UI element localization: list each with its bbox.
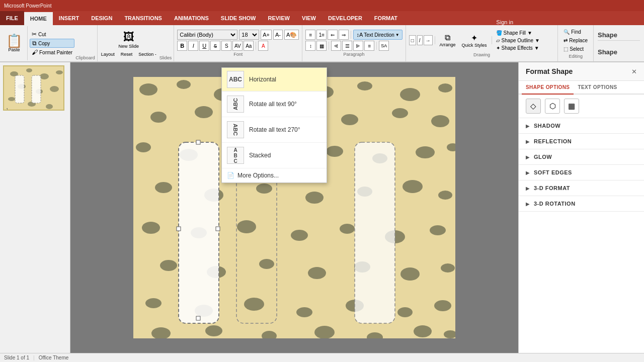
- format-panel-close-icon[interactable]: ✕: [631, 68, 637, 75]
- font-name-select[interactable]: Calibri (Body): [177, 30, 237, 40]
- case-button[interactable]: Aa: [244, 41, 254, 51]
- shape-outline-button[interactable]: ▱ Shape Outline ▼: [494, 37, 542, 44]
- svg-point-20: [357, 81, 372, 90]
- font-size-select[interactable]: 18: [239, 30, 259, 40]
- smart-art-button[interactable]: SA: [379, 41, 389, 51]
- charspace-button[interactable]: AV: [232, 41, 243, 51]
- reflection-section[interactable]: ▶ REFLECTION: [519, 134, 644, 149]
- slide-info: Slide 1 of 1: [4, 355, 29, 360]
- shape-outline-icon: ▱: [496, 38, 500, 43]
- find-button[interactable]: 🔍 Find: [561, 28, 590, 36]
- underline-button[interactable]: U: [199, 41, 209, 51]
- shape-arrow-btn[interactable]: →: [424, 35, 433, 45]
- dropdown-stacked-item[interactable]: ABC Stacked: [222, 143, 327, 168]
- tab-transitions[interactable]: TRANSITIONS: [118, 11, 168, 25]
- tab-text-options[interactable]: TEXT OPTIONS: [574, 81, 621, 95]
- cut-button[interactable]: ✂ Cut: [30, 30, 74, 38]
- bold-button[interactable]: B: [177, 41, 187, 51]
- arrange-button[interactable]: ⧉ Arrange: [437, 32, 458, 48]
- svg-point-38: [155, 182, 172, 193]
- shadow-button[interactable]: S: [221, 41, 231, 51]
- svg-point-54: [259, 259, 274, 269]
- shape-fill-button[interactable]: 🪣 Shape Fill ▼: [494, 30, 542, 36]
- dropdown-rotate270-item[interactable]: ABC Rotate all text 270°: [222, 117, 327, 143]
- dropdown-horizontal-item[interactable]: ABC Horizontal: [222, 68, 327, 92]
- section-button[interactable]: Section -: [137, 51, 158, 57]
- more-options-item[interactable]: 📄 More Options...: [222, 168, 327, 183]
- font-shrink-button[interactable]: A-: [273, 30, 283, 40]
- shape-effects-button[interactable]: ✦ Shape Effects ▼: [494, 45, 542, 51]
- select-button[interactable]: ⬚ Select: [561, 45, 590, 53]
- svg-point-52: [160, 260, 177, 271]
- effects-icon-btn[interactable]: ⬡: [545, 99, 560, 114]
- tab-animations[interactable]: ANIMATIONS: [168, 11, 215, 25]
- quick-styles-button[interactable]: ✦ Quick Styles: [459, 32, 490, 49]
- glow-section[interactable]: ▶ GLOW: [519, 149, 644, 165]
- tab-shape-options[interactable]: SHAPE OPTIONS: [522, 81, 574, 95]
- align-left-button[interactable]: ⫷: [331, 41, 341, 51]
- copy-button[interactable]: ⧉ Copy: [30, 39, 74, 48]
- dropdown-rotate90-item[interactable]: ABC Rotate all text 90°: [222, 92, 327, 117]
- svg-point-22: [438, 83, 452, 93]
- align-center-button[interactable]: ☰: [342, 41, 352, 51]
- tab-review[interactable]: REVIEW: [262, 11, 295, 25]
- svg-point-29: [431, 115, 449, 127]
- soft-edges-section[interactable]: ▶ SOFT EDGES: [519, 165, 644, 180]
- tab-design[interactable]: DESIGN: [85, 11, 118, 25]
- shape-rect-btn[interactable]: □: [409, 35, 416, 45]
- bullets-button[interactable]: ≡: [305, 30, 315, 40]
- find-icon: 🔍: [564, 29, 570, 35]
- tab-format[interactable]: FORMAT: [368, 11, 404, 25]
- svg-point-30: [136, 142, 151, 152]
- sign-in-btn[interactable]: Sign in: [496, 19, 513, 25]
- column-button[interactable]: ▦: [316, 41, 327, 51]
- tab-developer[interactable]: DEVELOPER: [322, 11, 368, 25]
- tab-file[interactable]: FILE: [0, 11, 24, 25]
- svg-point-41: [305, 192, 324, 204]
- italic-button[interactable]: I: [188, 41, 198, 51]
- decrease-indent-button[interactable]: ⇐: [328, 30, 338, 40]
- font-color-fill-button[interactable]: A: [258, 41, 268, 51]
- text-direction-button[interactable]: ↕A Text Direction ▼: [353, 30, 402, 40]
- 3d-format-section[interactable]: ▶ 3-D FORMAT: [519, 180, 644, 196]
- svg-point-40: [256, 184, 272, 194]
- tab-home[interactable]: HOME: [24, 12, 53, 25]
- soft-edges-section-arrow: ▶: [526, 170, 530, 175]
- increase-indent-button[interactable]: ⇒: [339, 30, 349, 40]
- rotate90-label: Rotate all text 90°: [249, 101, 297, 108]
- layout-button[interactable]: Layout: [100, 51, 116, 57]
- slide-thumbnail[interactable]: 1: [3, 65, 64, 111]
- font-color-button[interactable]: A🎨: [284, 30, 299, 40]
- new-slide-button[interactable]: 🖼 New Slide: [114, 29, 143, 50]
- svg-point-57: [400, 267, 420, 281]
- size-icon-btn[interactable]: ▦: [564, 99, 579, 114]
- svg-point-15: [139, 83, 157, 96]
- align-right-button[interactable]: ⫸: [353, 41, 363, 51]
- text-direction-arrow-icon: ▼: [395, 33, 399, 37]
- tab-insert[interactable]: INSERT: [53, 11, 85, 25]
- cut-icon: ✂: [32, 31, 37, 38]
- canvas-area: ABC Horizontal ABC Rotate all text 90° A…: [70, 62, 518, 353]
- tab-view[interactable]: VIEW: [296, 11, 322, 25]
- tab-slideshow[interactable]: SLIDE SHOW: [215, 11, 262, 25]
- font-grow-button[interactable]: A+: [261, 30, 272, 40]
- 3d-rotation-section[interactable]: ▶ 3-D ROTATION: [519, 196, 644, 212]
- drawing-group: □ / → ⧉ Arrange ✦ Quick Styles 🪣 Shape F…: [406, 25, 558, 61]
- replace-button[interactable]: ⇄ Replace: [561, 37, 590, 44]
- shape-label-1: Shape: [598, 31, 640, 41]
- format-painter-button[interactable]: 🖌 Format Painter: [30, 48, 74, 56]
- justify-button[interactable]: ≡: [364, 41, 374, 51]
- shape-line-btn[interactable]: /: [417, 35, 423, 45]
- svg-point-65: [434, 300, 451, 311]
- more-options-label: More Options...: [237, 172, 279, 179]
- svg-rect-76: [177, 227, 181, 231]
- paste-button[interactable]: 📋 Paste: [2, 26, 26, 60]
- reset-button[interactable]: Reset: [119, 51, 134, 57]
- strikethrough-button[interactable]: S̶: [210, 41, 220, 51]
- line-spacing-button[interactable]: ↕: [305, 41, 315, 51]
- shadow-section-arrow: ▶: [526, 123, 530, 129]
- shadow-section[interactable]: ▶ SHADOW: [519, 118, 644, 134]
- numbering-button[interactable]: 1≡: [316, 30, 327, 40]
- new-slide-label: New Slide: [118, 44, 139, 49]
- fill-icon-btn[interactable]: ◇: [526, 99, 541, 114]
